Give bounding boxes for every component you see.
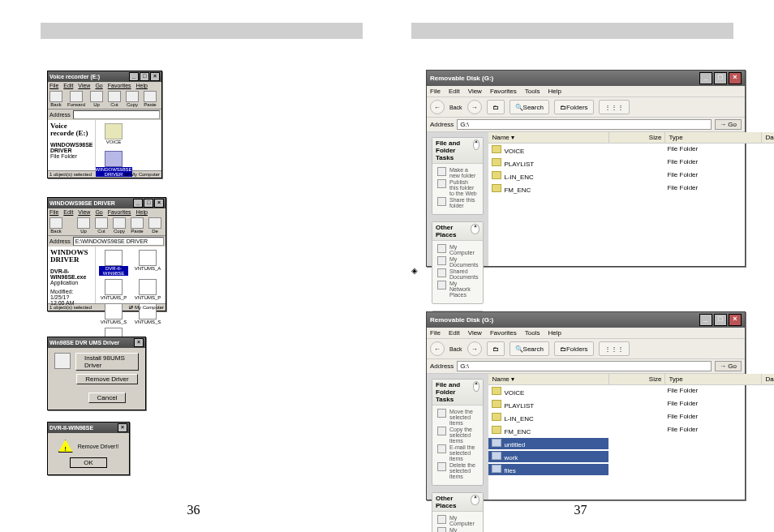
task-link[interactable]: Make a new folder <box>437 167 478 178</box>
list-header[interactable]: Name ▾ Size Type Date M <box>488 374 774 385</box>
back-button[interactable]: Back <box>49 91 62 107</box>
up-button[interactable]: Up <box>77 217 90 234</box>
cancel-button[interactable]: Cancel <box>88 393 127 403</box>
file-list[interactable]: Name ▾ Size Type Date M VOICEFile Folder… <box>488 374 774 500</box>
folders-button[interactable]: 🗀 Folders <box>554 341 594 356</box>
collapse-icon[interactable]: ˄ <box>473 139 479 150</box>
paste-button[interactable]: Paste <box>144 91 157 107</box>
minimize-button[interactable]: _ <box>699 314 712 326</box>
views-button[interactable]: ⋮⋮⋮ <box>599 341 630 356</box>
list-row[interactable]: L-IN_ENCFile Folder <box>488 169 774 182</box>
folders-button[interactable]: 🗀 Folders <box>554 100 594 114</box>
search-button[interactable]: 🔍 Search <box>510 341 549 356</box>
close-button[interactable]: × <box>729 314 742 326</box>
search-button[interactable]: 🔍 Search <box>510 100 549 114</box>
copy-button[interactable]: Copy <box>113 217 126 234</box>
titlebar[interactable]: Removable Disk (G:) _ □ × <box>427 71 745 86</box>
maximize-button[interactable]: □ <box>144 199 153 208</box>
collapse-icon[interactable]: ˄ <box>473 381 479 392</box>
task-link[interactable]: E-mail the selected items <box>437 444 478 461</box>
titlebar[interactable]: Removable Disk (G:) _ □ × <box>427 312 745 328</box>
task-link[interactable]: Publish this folder to the Web <box>437 179 478 196</box>
maximize-button[interactable]: □ <box>714 72 727 84</box>
back-button[interactable]: ← <box>430 100 445 114</box>
list-row[interactable]: untitled846 KBBitmap Image11/29/2 <box>488 437 774 450</box>
titlebar[interactable]: WINDOWS98SE DRIVER _ □ × <box>48 198 166 208</box>
close-button[interactable]: × <box>150 72 160 81</box>
cut-button[interactable]: Cut <box>108 91 121 107</box>
remove-button[interactable]: Remove Driver <box>76 374 137 384</box>
collapse-icon[interactable]: ˄ <box>471 224 480 234</box>
list-row[interactable]: filesFile Folder11/20/2 <box>488 463 774 476</box>
titlebar[interactable]: DVR-II-WIN98SE × <box>48 423 129 433</box>
list-row[interactable]: VOICEFile Folder <box>488 144 774 157</box>
toolbar[interactable]: ←Back → 🗀 🔍 Search 🗀 Folders ⋮⋮⋮ <box>427 97 745 118</box>
task-link[interactable]: Move the selected items <box>437 409 478 426</box>
list-header[interactable]: Name ▾ Size Type Date M <box>488 132 774 144</box>
icon-view[interactable]: DVR-II-WIN98SE VNTUMS_A VNTUMS_P VNTUMS_… <box>96 247 166 303</box>
menubar[interactable]: FileEditViewFavoritesToolsHelp <box>427 86 745 97</box>
address-field[interactable]: G:\ <box>457 119 712 130</box>
go-button[interactable]: → Go <box>715 361 742 371</box>
up-button[interactable]: 🗀 <box>487 341 505 356</box>
toolbar[interactable]: ←Back → 🗀 🔍 Search 🗀 Folders ⋮⋮⋮ <box>427 338 745 359</box>
address-bar[interactable]: Address G:\ → Go <box>427 118 745 132</box>
place-link[interactable]: Shared Documents <box>437 268 478 280</box>
address-field[interactable]: G:\ <box>457 361 712 371</box>
views-button[interactable]: ⋮⋮⋮ <box>599 100 630 114</box>
menubar[interactable]: FileEditViewFavoritesToolsHelp <box>427 328 745 338</box>
close-button[interactable]: × <box>729 72 742 84</box>
go-button[interactable]: → Go <box>715 119 742 130</box>
address-field[interactable]: E:\WINDOWS98SE DRIVER <box>73 237 164 246</box>
menubar[interactable]: FileEditViewGoFavoritesHelp <box>48 208 166 216</box>
place-link[interactable]: My Documents <box>437 256 478 268</box>
forward-button[interactable]: Forward <box>67 91 85 107</box>
up-button[interactable]: 🗀 <box>487 100 505 114</box>
place-link[interactable]: My Network Places <box>437 281 478 298</box>
list-row[interactable]: PLAYLISTFile Folder <box>488 157 774 169</box>
paste-button[interactable]: Paste <box>131 217 144 234</box>
list-row[interactable]: L-IN_ENCFile Folder <box>488 411 774 424</box>
toolbar[interactable]: Back Forward Up Cut Copy Paste <box>48 89 161 109</box>
list-row[interactable]: PLAYLISTFile Folder <box>488 398 774 411</box>
minimize-button[interactable]: _ <box>133 199 143 208</box>
install-button[interactable]: Install 98UMS Driver <box>75 353 139 371</box>
close-button[interactable]: × <box>134 338 144 347</box>
toolbar[interactable]: Back Up Cut Copy Paste De <box>48 216 166 236</box>
task-link[interactable]: Share this folder <box>437 197 478 208</box>
file-icon[interactable]: DVR-II-WIN98SE <box>99 250 128 276</box>
minimize-button[interactable]: _ <box>699 72 712 84</box>
ok-button[interactable]: OK <box>70 457 107 468</box>
up-button[interactable]: Up <box>90 91 103 107</box>
address-field[interactable] <box>73 110 160 119</box>
list-row[interactable]: FM_ENCFile Folder <box>488 424 774 437</box>
maximize-button[interactable]: □ <box>140 72 149 81</box>
icon-view[interactable]: VOICE WINDOWS98SE DRIVER <box>96 120 161 170</box>
delete-button[interactable]: De <box>148 217 161 234</box>
address-bar[interactable]: Address G:\ → Go <box>427 359 745 374</box>
copy-button[interactable]: Copy <box>126 91 139 107</box>
menubar[interactable]: FileEditViewGoFavoritesHelp <box>48 82 161 89</box>
folder-icon[interactable]: VOICE <box>99 123 128 144</box>
file-icon[interactable]: VNTUMS_P <box>133 279 162 300</box>
list-row[interactable]: VOICEFile Folder <box>488 385 774 398</box>
task-link[interactable]: Copy the selected items <box>437 427 478 444</box>
file-icon[interactable]: VNTUMS_P <box>99 279 128 300</box>
task-link[interactable]: Delete the selected items <box>437 462 478 479</box>
file-icon[interactable]: VNTUMS_A <box>133 250 162 276</box>
close-button[interactable]: × <box>118 423 127 432</box>
list-row[interactable]: FM_ENCFile Folder <box>488 182 774 195</box>
titlebar[interactable]: Win98SE DVR UMS Driver × <box>48 337 145 348</box>
file-list[interactable]: Name ▾ Size Type Date M VOICEFile Folder… <box>488 132 774 266</box>
address-bar[interactable]: Address E:\WINDOWS98SE DRIVER <box>48 236 166 247</box>
file-icon[interactable]: VNTUMS_S <box>99 303 128 324</box>
back-button[interactable]: Back <box>49 217 62 234</box>
cut-button[interactable]: Cut <box>95 217 108 234</box>
place-link[interactable]: My Computer <box>437 244 478 255</box>
forward-button[interactable]: → <box>467 341 482 356</box>
place-link[interactable]: My Documents <box>437 527 478 532</box>
maximize-button[interactable]: □ <box>714 314 727 326</box>
list-row[interactable]: work1 KBRich Text Document11/22/2 <box>488 450 774 463</box>
back-button[interactable]: ← <box>430 341 445 356</box>
minimize-button[interactable]: _ <box>129 72 139 81</box>
